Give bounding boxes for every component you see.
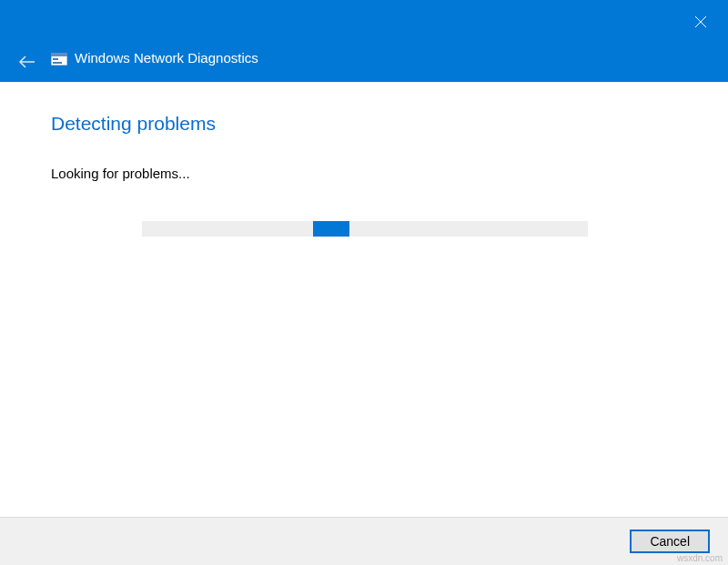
close-button[interactable]: [688, 9, 713, 35]
svg-rect-6: [53, 62, 62, 64]
svg-rect-4: [51, 53, 67, 56]
app-title: Windows Network Diagnostics: [75, 50, 258, 66]
titlebar: Windows Network Diagnostics: [0, 0, 728, 82]
progress-bar: [142, 221, 588, 237]
status-text: Looking for problems...: [51, 166, 679, 181]
close-icon: [694, 15, 707, 28]
back-button[interactable]: [16, 51, 38, 73]
footer: Cancel: [0, 517, 728, 565]
back-arrow-icon: [18, 55, 36, 69]
svg-rect-5: [53, 58, 58, 60]
cancel-button[interactable]: Cancel: [630, 530, 710, 553]
progress-indicator: [313, 221, 349, 237]
app-icon: [51, 53, 67, 66]
content-area: Detecting problems Looking for problems.…: [0, 82, 728, 517]
watermark: wsxdn.com: [677, 553, 723, 563]
page-heading: Detecting problems: [51, 113, 679, 135]
